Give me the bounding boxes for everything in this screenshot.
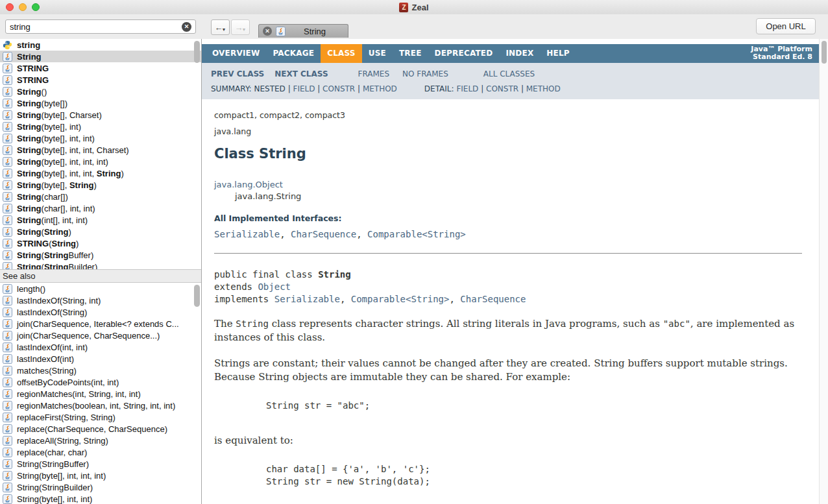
topnav-index[interactable]: INDEX bbox=[499, 44, 540, 63]
list-item[interactable]: lastIndexOf(int) bbox=[0, 353, 201, 365]
equivalent-text: is equivalent to: bbox=[214, 434, 802, 448]
subnav-detail-label: DETAIL: bbox=[424, 84, 457, 93]
subnav-no-frames[interactable]: NO FRAMES bbox=[402, 69, 448, 78]
signature-text: , bbox=[340, 294, 351, 304]
subnav-frames[interactable]: FRAMES bbox=[358, 69, 390, 78]
minimize-window-button[interactable] bbox=[19, 3, 27, 11]
topnav-package[interactable]: PACKAGE bbox=[266, 44, 321, 63]
list-item[interactable]: length() bbox=[0, 283, 201, 294]
sidebar-scrollbar-thumb[interactable] bbox=[194, 41, 200, 63]
description-paragraph-1: The String class represents character st… bbox=[214, 317, 802, 345]
list-item-label: String(byte[], Charset) bbox=[17, 110, 102, 120]
java-icon bbox=[3, 239, 12, 248]
subnav-detail-constr[interactable]: CONSTR bbox=[486, 84, 518, 93]
list-item[interactable]: String(byte[], int, int, int) bbox=[0, 156, 201, 167]
java-icon bbox=[3, 227, 12, 237]
list-item[interactable]: String(byte[], int) bbox=[0, 121, 201, 132]
zeal-app-icon: Z bbox=[399, 3, 408, 12]
signature-link[interactable]: Object bbox=[258, 282, 291, 292]
list-item[interactable]: STRING bbox=[0, 74, 201, 86]
list-item[interactable]: String(byte[], String) bbox=[0, 179, 201, 191]
java-icon bbox=[3, 366, 12, 376]
list-item[interactable]: String(byte[], Charset) bbox=[0, 109, 201, 121]
close-window-button[interactable] bbox=[6, 3, 14, 11]
list-item[interactable]: String(byte[], int, int, Charset) bbox=[0, 144, 201, 156]
back-button[interactable]: ←▼ bbox=[211, 19, 230, 35]
list-item[interactable]: String() bbox=[0, 86, 201, 97]
list-item[interactable]: lastIndexOf(String, int) bbox=[0, 294, 201, 306]
list-item[interactable]: join(CharSequence, Iterable<? extends C.… bbox=[0, 318, 201, 330]
list-item[interactable]: string bbox=[0, 39, 201, 51]
list-item[interactable]: regionMatches(int, String, int, int) bbox=[0, 388, 201, 400]
list-item[interactable]: String(StringBuffer) bbox=[0, 249, 201, 261]
subnav-all-classes[interactable]: ALL CLASSES bbox=[483, 69, 535, 78]
topnav-tree[interactable]: TREE bbox=[393, 44, 428, 63]
list-item[interactable]: String(char[]) bbox=[0, 191, 201, 202]
topnav-overview[interactable]: OVERVIEW bbox=[206, 44, 266, 63]
tab-string[interactable]: ✕ String bbox=[258, 24, 348, 38]
list-item[interactable]: String(StringBuffer) bbox=[0, 458, 201, 470]
list-item[interactable]: String(byte[], int, int, int) bbox=[0, 470, 201, 481]
content-scrollbar[interactable] bbox=[819, 39, 828, 504]
java-icon bbox=[3, 204, 12, 213]
see-also-scrollbar-thumb[interactable] bbox=[194, 285, 200, 307]
list-item[interactable]: String(String) bbox=[0, 226, 201, 237]
interface-link[interactable]: CharSequence bbox=[291, 229, 356, 239]
open-url-button[interactable]: Open URL bbox=[756, 18, 816, 34]
subnav-summary-field[interactable]: FIELD bbox=[293, 84, 315, 93]
java-icon bbox=[276, 27, 286, 36]
java-icon bbox=[3, 389, 12, 399]
list-item[interactable]: String(StringBuilder) bbox=[0, 481, 201, 493]
content-scrollbar-thumb[interactable] bbox=[822, 41, 827, 64]
signature-link[interactable]: Serializable bbox=[274, 294, 340, 304]
list-item-label: String(byte[], int, int, int) bbox=[17, 471, 106, 481]
list-item-label: String(byte[], int, int, Charset) bbox=[17, 145, 129, 155]
java-icon bbox=[3, 284, 12, 294]
topnav-deprecated[interactable]: DEPRECATED bbox=[428, 44, 500, 63]
forward-button[interactable]: →▼ bbox=[231, 19, 250, 35]
list-item-label: replace(CharSequence, CharSequence) bbox=[17, 424, 167, 434]
list-item[interactable]: matches(String) bbox=[0, 365, 201, 376]
list-item[interactable]: replaceAll(String, String) bbox=[0, 435, 201, 446]
java-icon bbox=[3, 87, 12, 97]
list-item[interactable]: replaceFirst(String, String) bbox=[0, 411, 201, 423]
list-item[interactable]: replace(CharSequence, CharSequence) bbox=[0, 423, 201, 435]
zoom-window-button[interactable] bbox=[32, 3, 40, 11]
signature-link[interactable]: CharSequence bbox=[460, 294, 526, 304]
list-item[interactable]: regionMatches(boolean, int, String, int,… bbox=[0, 400, 201, 411]
list-item[interactable]: STRING bbox=[0, 62, 201, 74]
list-item[interactable]: lastIndexOf(int, int) bbox=[0, 341, 201, 353]
subnav-detail-field[interactable]: FIELD bbox=[456, 84, 478, 93]
subnav-next-class[interactable]: NEXT CLASS bbox=[274, 69, 328, 78]
subnav-summary-constr[interactable]: CONSTR bbox=[323, 84, 355, 93]
list-item[interactable]: String(byte[], int, int) bbox=[0, 493, 201, 504]
interface-link[interactable]: Comparable<String> bbox=[367, 229, 466, 239]
list-item[interactable]: lastIndexOf(String) bbox=[0, 306, 201, 318]
interface-link[interactable]: Serializable bbox=[214, 229, 280, 239]
list-item[interactable]: replace(char, char) bbox=[0, 446, 201, 458]
list-item[interactable]: join(CharSequence, CharSequence...) bbox=[0, 330, 201, 341]
search-clear-icon[interactable]: ✕ bbox=[182, 22, 191, 32]
subnav-detail-method[interactable]: METHOD bbox=[526, 84, 561, 93]
subnav-prev-class[interactable]: PREV CLASS bbox=[211, 69, 264, 78]
list-item[interactable]: String(byte[], int, int, String) bbox=[0, 167, 201, 179]
list-item[interactable]: String(StringBuilder) bbox=[0, 261, 201, 269]
list-item[interactable]: String(char[], int, int) bbox=[0, 202, 201, 214]
topnav-class[interactable]: CLASS bbox=[321, 44, 362, 63]
list-item[interactable]: String bbox=[0, 51, 201, 62]
superclass-link[interactable]: java.lang.Object bbox=[214, 180, 283, 189]
list-item[interactable]: String(int[], int, int) bbox=[0, 214, 201, 226]
java-icon bbox=[3, 75, 12, 85]
tab-close-icon[interactable]: ✕ bbox=[263, 27, 272, 36]
list-item[interactable]: offsetByCodePoints(int, int) bbox=[0, 376, 201, 388]
subnav-summary-method[interactable]: METHOD bbox=[363, 84, 397, 93]
topnav-help[interactable]: HELP bbox=[540, 44, 576, 63]
list-item[interactable]: STRING(String) bbox=[0, 237, 201, 249]
list-item[interactable]: String(byte[]) bbox=[0, 97, 201, 109]
search-input[interactable] bbox=[5, 19, 196, 34]
signature-link[interactable]: Comparable<String> bbox=[351, 294, 450, 304]
list-item-label: String(int[], int, int) bbox=[17, 215, 88, 225]
signature-text: public final class bbox=[214, 269, 318, 280]
list-item[interactable]: String(byte[], int, int) bbox=[0, 132, 201, 144]
topnav-use[interactable]: USE bbox=[362, 44, 393, 63]
